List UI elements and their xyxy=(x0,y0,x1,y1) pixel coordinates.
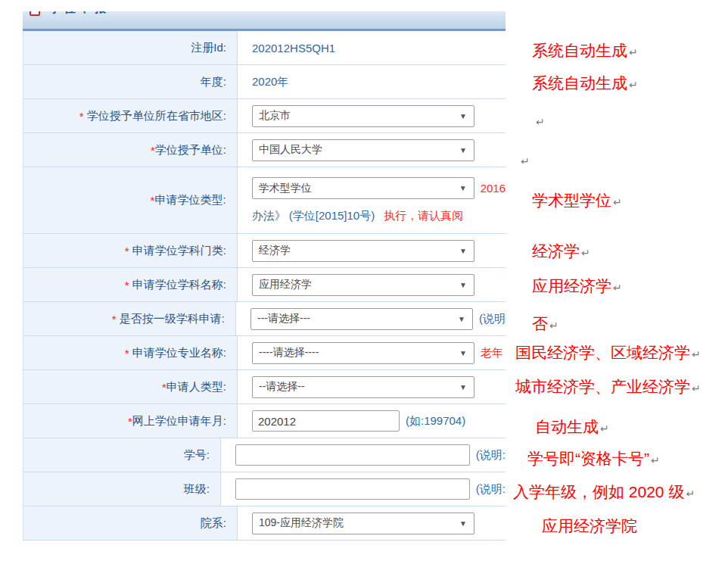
field-note: (说明 xyxy=(479,312,506,326)
select-value: 109-应用经济学院 xyxy=(259,516,344,530)
select-value: 北京市 xyxy=(259,109,291,123)
class-input[interactable] xyxy=(235,478,470,500)
paragraph-mark-icon: ↵ xyxy=(629,79,638,91)
required-star: * xyxy=(112,313,120,326)
field-label: * 申请学位专业名称: xyxy=(23,336,238,369)
form-row-major-name: * 申请学位专业名称: ----请选择---- ▼ 老年 xyxy=(23,336,506,370)
discipline-name-select[interactable]: 应用经济学 ▼ xyxy=(252,274,474,296)
apply-month-input[interactable] xyxy=(252,410,400,432)
dropdown-arrow-icon: ▼ xyxy=(459,349,467,357)
field-label-text: 申请人类型: xyxy=(166,380,226,394)
annotation: 系统自动生成↵ xyxy=(532,73,638,94)
student-id-input[interactable] xyxy=(235,444,470,466)
dropdown-arrow-icon: ▼ xyxy=(458,315,465,323)
paragraph-mark-icon: ↵ xyxy=(686,488,695,500)
field-label: * 是否按一级学科申请: xyxy=(23,302,236,335)
form-row-first-level: * 是否按一级学科申请: ---请选择--- ▼ (说明 xyxy=(23,302,506,336)
form-icon xyxy=(30,11,40,16)
paragraph-mark-icon: ↵ xyxy=(536,116,545,128)
select-value: 应用经济学 xyxy=(259,278,312,291)
field-label-text: 班级: xyxy=(184,482,210,497)
field-label: *申请学位类型: xyxy=(23,167,238,233)
form-row-applicant-type: *申请人类型: --请选择-- ▼ xyxy=(23,370,506,404)
paragraph-mark-icon: ↵ xyxy=(629,46,638,58)
institution-select[interactable]: 中国人民大学 ▼ xyxy=(252,139,474,161)
select-value: 经济学 xyxy=(259,244,291,257)
field-label: 年度: xyxy=(23,65,238,98)
dropdown-arrow-icon: ▼ xyxy=(459,146,467,154)
form-row-apply-month: *网上学位申请年月: (如:199704) xyxy=(23,404,506,438)
readonly-value: 2020年 xyxy=(252,75,288,89)
field-label-text: 院系: xyxy=(201,516,226,531)
field-label-text: 是否按一级学科申请: xyxy=(120,312,225,326)
dropdown-arrow-icon: ▼ xyxy=(459,112,467,120)
major-name-select[interactable]: ----请选择---- ▼ xyxy=(252,342,474,364)
panel-title: 学位申报 xyxy=(49,11,110,16)
required-star: * xyxy=(125,279,132,291)
field-label: * 学位授予单位所在省市地区: xyxy=(23,99,238,132)
form-row-department: 院系: 109-应用经济学院 ▼ xyxy=(23,506,506,541)
readonly-value: 202012HS5QH1 xyxy=(252,42,335,55)
select-value: 学术型学位 xyxy=(259,182,312,195)
paragraph-mark-icon: ↵ xyxy=(651,454,660,466)
field-label-text: 申请学位类型: xyxy=(154,193,226,207)
form-row-reg-id: 注册Id: 202012HS5QH1 xyxy=(23,31,506,65)
annotation: 城市经济学、产业经济学↵ xyxy=(515,376,701,397)
field-label: 注册Id: xyxy=(23,31,238,64)
form-row-year: 年度: 2020年 xyxy=(23,65,506,99)
annotation: ↵ xyxy=(519,151,530,169)
province-select[interactable]: 北京市 ▼ xyxy=(252,105,474,127)
select-value: ---请选择--- xyxy=(257,312,310,326)
annotation: 学术型学位↵ xyxy=(532,190,622,211)
dropdown-arrow-icon: ▼ xyxy=(459,184,467,192)
form-row-student-id: 学号: (说明: xyxy=(23,438,506,472)
notice-text-blue: 办法》 (学位[2015]10号) xyxy=(252,209,378,223)
dropdown-arrow-icon: ▼ xyxy=(459,247,467,255)
dropdown-arrow-icon: ▼ xyxy=(459,519,467,528)
annotation: 否↵ xyxy=(532,313,558,335)
degree-type-select[interactable]: 学术型学位 ▼ xyxy=(252,177,474,199)
annotation: 入学年级，例如 2020 级↵ xyxy=(513,481,695,503)
annotation: 自动生成↵ xyxy=(535,416,609,438)
first-level-select[interactable]: ---请选择--- ▼ xyxy=(250,308,473,330)
form-row-province: * 学位授予单位所在省市地区: 北京市 ▼ xyxy=(23,99,506,133)
annotation: 国民经济学、区域经济学↵ xyxy=(515,342,701,363)
field-label: *网上学位申请年月: xyxy=(23,404,238,438)
field-label: * 申请学位学科名称: xyxy=(23,268,238,301)
field-label-text: 网上学位申请年月: xyxy=(132,414,226,428)
select-value: 中国人民大学 xyxy=(259,143,322,157)
paragraph-mark-icon: ↵ xyxy=(600,422,609,435)
paragraph-mark-icon: ↵ xyxy=(692,382,701,394)
dropdown-arrow-icon: ▼ xyxy=(459,281,467,289)
field-label-text: 学位授予单位所在省市地区: xyxy=(87,109,226,123)
field-hint: (如:199704) xyxy=(406,414,465,428)
annotation: 经济学↵ xyxy=(532,241,590,262)
annotation: 应用经济学↵ xyxy=(532,276,622,297)
field-label-text: 学号: xyxy=(184,448,210,463)
field-label-text: 学位授予单位: xyxy=(155,143,226,157)
form-table: 注册Id: 202012HS5QH1 年度: 2020年 * 学位授予单位所在省… xyxy=(23,31,506,541)
paragraph-mark-icon: ↵ xyxy=(692,348,701,360)
notice-text-red: 执行，请认真阅 xyxy=(384,209,463,223)
field-label: 班级: xyxy=(23,472,221,506)
field-label: *申请人类型: xyxy=(23,370,238,404)
select-value: --请选择-- xyxy=(259,380,305,394)
annotation: 应用经济学院 xyxy=(542,516,639,537)
annotation: ↵ xyxy=(534,111,545,129)
field-label: * 申请学位学科门类: xyxy=(23,234,238,267)
field-label: *学位授予单位: xyxy=(23,133,238,167)
paragraph-mark-icon: ↵ xyxy=(613,282,622,294)
discipline-category-select[interactable]: 经济学 ▼ xyxy=(252,240,474,262)
department-select[interactable]: 109-应用经济学院 ▼ xyxy=(252,513,474,534)
field-hint: (说明: xyxy=(476,448,506,463)
dropdown-arrow-icon: ▼ xyxy=(459,383,467,391)
form-row-class: 班级: (说明: xyxy=(23,472,506,506)
field-label-text: 申请学位专业名称: xyxy=(132,346,226,360)
form-row-degree-type: *申请学位类型: 学术型学位 ▼ 2016 办法》 (学位[2015]10号) … xyxy=(23,167,506,234)
field-label: 院系: xyxy=(23,506,238,540)
form-row-institution: *学位授予单位: 中国人民大学 ▼ xyxy=(23,133,506,167)
form-row-discipline-category: * 申请学位学科门类: 经济学 ▼ xyxy=(23,234,506,268)
degree-form-panel: 学位申报 注册Id: 202012HS5QH1 年度: 2020年 * 学位授予… xyxy=(23,11,506,541)
applicant-type-select[interactable]: --请选择-- ▼ xyxy=(252,376,474,398)
field-label-text: 申请学位学科门类: xyxy=(132,244,226,258)
